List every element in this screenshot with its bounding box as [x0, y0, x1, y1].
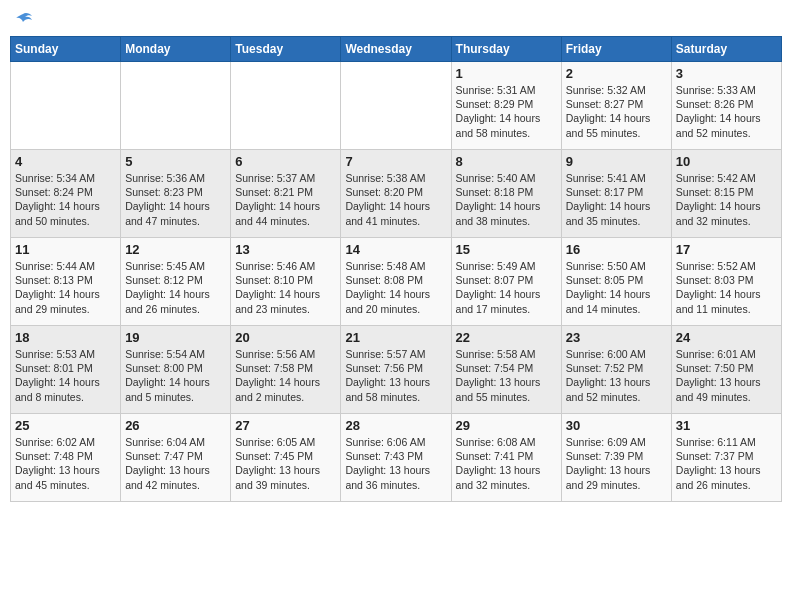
calendar-cell [11, 62, 121, 150]
day-number: 19 [125, 330, 226, 345]
day-number: 2 [566, 66, 667, 81]
calendar-cell: 29Sunrise: 6:08 AMSunset: 7:41 PMDayligh… [451, 414, 561, 502]
day-number: 21 [345, 330, 446, 345]
day-info: Sunrise: 5:40 AMSunset: 8:18 PMDaylight:… [456, 171, 557, 228]
day-info: Sunrise: 5:44 AMSunset: 8:13 PMDaylight:… [15, 259, 116, 316]
day-info: Sunrise: 5:38 AMSunset: 8:20 PMDaylight:… [345, 171, 446, 228]
calendar-cell: 14Sunrise: 5:48 AMSunset: 8:08 PMDayligh… [341, 238, 451, 326]
calendar-cell: 2Sunrise: 5:32 AMSunset: 8:27 PMDaylight… [561, 62, 671, 150]
calendar-cell: 6Sunrise: 5:37 AMSunset: 8:21 PMDaylight… [231, 150, 341, 238]
day-info: Sunrise: 6:06 AMSunset: 7:43 PMDaylight:… [345, 435, 446, 492]
day-info: Sunrise: 5:58 AMSunset: 7:54 PMDaylight:… [456, 347, 557, 404]
day-info: Sunrise: 5:52 AMSunset: 8:03 PMDaylight:… [676, 259, 777, 316]
day-info: Sunrise: 5:34 AMSunset: 8:24 PMDaylight:… [15, 171, 116, 228]
calendar-cell: 20Sunrise: 5:56 AMSunset: 7:58 PMDayligh… [231, 326, 341, 414]
day-number: 11 [15, 242, 116, 257]
day-number: 28 [345, 418, 446, 433]
calendar-cell: 30Sunrise: 6:09 AMSunset: 7:39 PMDayligh… [561, 414, 671, 502]
calendar-cell: 1Sunrise: 5:31 AMSunset: 8:29 PMDaylight… [451, 62, 561, 150]
day-info: Sunrise: 5:56 AMSunset: 7:58 PMDaylight:… [235, 347, 336, 404]
day-info: Sunrise: 5:50 AMSunset: 8:05 PMDaylight:… [566, 259, 667, 316]
day-info: Sunrise: 5:31 AMSunset: 8:29 PMDaylight:… [456, 83, 557, 140]
week-row-1: 1Sunrise: 5:31 AMSunset: 8:29 PMDaylight… [11, 62, 782, 150]
logo-bird-icon [12, 10, 34, 32]
day-number: 4 [15, 154, 116, 169]
calendar-cell: 17Sunrise: 5:52 AMSunset: 8:03 PMDayligh… [671, 238, 781, 326]
calendar-cell: 18Sunrise: 5:53 AMSunset: 8:01 PMDayligh… [11, 326, 121, 414]
calendar-cell: 4Sunrise: 5:34 AMSunset: 8:24 PMDaylight… [11, 150, 121, 238]
day-info: Sunrise: 5:46 AMSunset: 8:10 PMDaylight:… [235, 259, 336, 316]
calendar-cell [121, 62, 231, 150]
day-info: Sunrise: 6:02 AMSunset: 7:48 PMDaylight:… [15, 435, 116, 492]
calendar-cell: 26Sunrise: 6:04 AMSunset: 7:47 PMDayligh… [121, 414, 231, 502]
day-number: 14 [345, 242, 446, 257]
calendar-cell: 22Sunrise: 5:58 AMSunset: 7:54 PMDayligh… [451, 326, 561, 414]
day-info: Sunrise: 5:37 AMSunset: 8:21 PMDaylight:… [235, 171, 336, 228]
calendar-cell: 19Sunrise: 5:54 AMSunset: 8:00 PMDayligh… [121, 326, 231, 414]
day-info: Sunrise: 6:01 AMSunset: 7:50 PMDaylight:… [676, 347, 777, 404]
week-row-3: 11Sunrise: 5:44 AMSunset: 8:13 PMDayligh… [11, 238, 782, 326]
header-tuesday: Tuesday [231, 37, 341, 62]
header-saturday: Saturday [671, 37, 781, 62]
day-info: Sunrise: 5:36 AMSunset: 8:23 PMDaylight:… [125, 171, 226, 228]
day-number: 10 [676, 154, 777, 169]
calendar-cell: 21Sunrise: 5:57 AMSunset: 7:56 PMDayligh… [341, 326, 451, 414]
day-info: Sunrise: 6:05 AMSunset: 7:45 PMDaylight:… [235, 435, 336, 492]
calendar-cell: 15Sunrise: 5:49 AMSunset: 8:07 PMDayligh… [451, 238, 561, 326]
day-number: 26 [125, 418, 226, 433]
calendar-table: SundayMondayTuesdayWednesdayThursdayFrid… [10, 36, 782, 502]
calendar-cell: 3Sunrise: 5:33 AMSunset: 8:26 PMDaylight… [671, 62, 781, 150]
day-number: 27 [235, 418, 336, 433]
header-monday: Monday [121, 37, 231, 62]
day-info: Sunrise: 5:48 AMSunset: 8:08 PMDaylight:… [345, 259, 446, 316]
day-number: 24 [676, 330, 777, 345]
day-info: Sunrise: 6:11 AMSunset: 7:37 PMDaylight:… [676, 435, 777, 492]
day-number: 8 [456, 154, 557, 169]
calendar-cell: 7Sunrise: 5:38 AMSunset: 8:20 PMDaylight… [341, 150, 451, 238]
day-number: 7 [345, 154, 446, 169]
week-row-5: 25Sunrise: 6:02 AMSunset: 7:48 PMDayligh… [11, 414, 782, 502]
calendar-cell: 27Sunrise: 6:05 AMSunset: 7:45 PMDayligh… [231, 414, 341, 502]
day-info: Sunrise: 6:04 AMSunset: 7:47 PMDaylight:… [125, 435, 226, 492]
day-number: 25 [15, 418, 116, 433]
day-info: Sunrise: 5:41 AMSunset: 8:17 PMDaylight:… [566, 171, 667, 228]
day-number: 6 [235, 154, 336, 169]
day-number: 9 [566, 154, 667, 169]
day-number: 18 [15, 330, 116, 345]
header-wednesday: Wednesday [341, 37, 451, 62]
day-number: 1 [456, 66, 557, 81]
day-info: Sunrise: 5:53 AMSunset: 8:01 PMDaylight:… [15, 347, 116, 404]
calendar-cell: 11Sunrise: 5:44 AMSunset: 8:13 PMDayligh… [11, 238, 121, 326]
day-info: Sunrise: 5:49 AMSunset: 8:07 PMDaylight:… [456, 259, 557, 316]
calendar-cell: 8Sunrise: 5:40 AMSunset: 8:18 PMDaylight… [451, 150, 561, 238]
calendar-cell [341, 62, 451, 150]
day-info: Sunrise: 5:33 AMSunset: 8:26 PMDaylight:… [676, 83, 777, 140]
day-number: 13 [235, 242, 336, 257]
day-number: 12 [125, 242, 226, 257]
day-number: 3 [676, 66, 777, 81]
calendar-cell: 9Sunrise: 5:41 AMSunset: 8:17 PMDaylight… [561, 150, 671, 238]
day-info: Sunrise: 5:42 AMSunset: 8:15 PMDaylight:… [676, 171, 777, 228]
header-thursday: Thursday [451, 37, 561, 62]
day-number: 22 [456, 330, 557, 345]
calendar-cell: 16Sunrise: 5:50 AMSunset: 8:05 PMDayligh… [561, 238, 671, 326]
header-friday: Friday [561, 37, 671, 62]
calendar-cell: 25Sunrise: 6:02 AMSunset: 7:48 PMDayligh… [11, 414, 121, 502]
day-info: Sunrise: 5:45 AMSunset: 8:12 PMDaylight:… [125, 259, 226, 316]
calendar-cell: 23Sunrise: 6:00 AMSunset: 7:52 PMDayligh… [561, 326, 671, 414]
calendar-cell: 24Sunrise: 6:01 AMSunset: 7:50 PMDayligh… [671, 326, 781, 414]
day-info: Sunrise: 6:00 AMSunset: 7:52 PMDaylight:… [566, 347, 667, 404]
day-info: Sunrise: 6:08 AMSunset: 7:41 PMDaylight:… [456, 435, 557, 492]
day-number: 17 [676, 242, 777, 257]
day-number: 5 [125, 154, 226, 169]
day-number: 16 [566, 242, 667, 257]
calendar-cell: 5Sunrise: 5:36 AMSunset: 8:23 PMDaylight… [121, 150, 231, 238]
page-header [10, 10, 782, 28]
calendar-cell: 12Sunrise: 5:45 AMSunset: 8:12 PMDayligh… [121, 238, 231, 326]
header-sunday: Sunday [11, 37, 121, 62]
logo [10, 10, 34, 28]
week-row-4: 18Sunrise: 5:53 AMSunset: 8:01 PMDayligh… [11, 326, 782, 414]
calendar-cell: 28Sunrise: 6:06 AMSunset: 7:43 PMDayligh… [341, 414, 451, 502]
day-number: 20 [235, 330, 336, 345]
day-info: Sunrise: 6:09 AMSunset: 7:39 PMDaylight:… [566, 435, 667, 492]
